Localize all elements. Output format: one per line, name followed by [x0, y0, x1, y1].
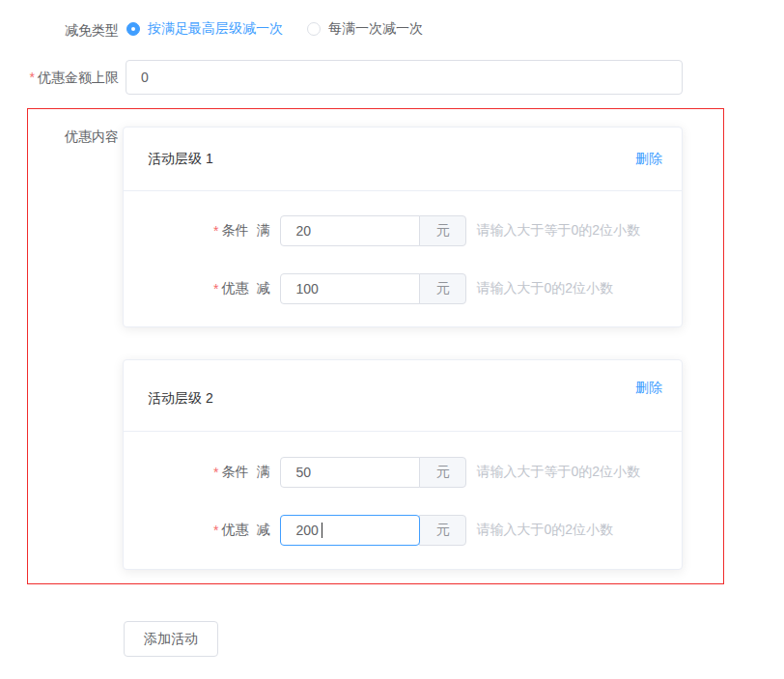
discount-cap-label-text: 优惠金额上限 — [38, 70, 119, 85]
discount-amount-input-focused[interactable] — [280, 515, 420, 546]
add-activity-button[interactable]: 添加活动 — [124, 621, 218, 657]
card-header: 活动层级 1 删除 — [124, 127, 682, 191]
radio-option-label[interactable]: 每满一次减一次 — [328, 20, 423, 38]
condition-amount-input[interactable] — [280, 215, 420, 246]
row-prefix: 满 — [256, 464, 269, 481]
card-header: 活动层级 2 删除 — [124, 360, 682, 432]
amount-input-group: 元 — [280, 515, 466, 546]
unit-append: 元 — [419, 273, 466, 304]
reduction-type-label: 减免类型 — [0, 22, 119, 38]
discount-cap-label: *优惠金额上限 — [0, 70, 119, 85]
text-caret — [322, 523, 322, 538]
card-body: * 条件 满 元 请输入大于等于0的2位小数 * 优惠 减 元 — [124, 191, 682, 304]
promotion-form-page: 减免类型 按满足最高层级减一次 每满一次减一次 *优惠金额上限 优惠内容 活动层… — [0, 0, 784, 679]
hint-text: 请输入大于0的2位小数 — [476, 280, 613, 297]
radio-option-highest-level[interactable]: 按满足最高层级减一次 — [126, 20, 283, 38]
discount-row: * 优惠 减 元 请输入大于0的2位小数 — [213, 273, 682, 304]
amount-input-group: 元 — [280, 215, 466, 246]
discount-row: * 优惠 减 元 请输入大于0的2位小数 — [213, 515, 682, 546]
hint-text: 请输入大于0的2位小数 — [476, 522, 613, 539]
required-asterisk: * — [213, 223, 218, 239]
card-title: 活动层级 2 — [148, 390, 213, 408]
amount-input-group: 元 — [280, 273, 466, 304]
card-title: 活动层级 1 — [148, 151, 213, 168]
condition-amount-input[interactable] — [280, 457, 420, 488]
radio-selected-icon[interactable] — [126, 22, 140, 36]
unit-append: 元 — [419, 457, 466, 488]
reduction-type-radio-group: 按满足最高层级减一次 每满一次减一次 — [126, 21, 423, 37]
discount-content-section: 活动层级 1 删除 * 条件 满 元 请输入大于等于0的2位小数 * 优惠 — [27, 108, 724, 584]
discount-amount-input[interactable] — [280, 273, 420, 304]
unit-append: 元 — [419, 515, 466, 546]
hint-text: 请输入大于等于0的2位小数 — [476, 222, 640, 240]
required-asterisk: * — [213, 465, 218, 480]
activity-level-card-2: 活动层级 2 删除 * 条件 满 元 请输入大于等于0的2位小数 * 优惠 — [123, 359, 683, 570]
row-label: 优惠 — [221, 522, 248, 539]
radio-option-label[interactable]: 按满足最高层级减一次 — [148, 20, 283, 38]
row-label: 优惠 — [221, 280, 248, 297]
row-prefix: 减 — [256, 280, 269, 297]
unit-append: 元 — [419, 215, 466, 246]
activity-level-card-1: 活动层级 1 删除 * 条件 满 元 请输入大于等于0的2位小数 * 优惠 — [123, 127, 683, 327]
required-asterisk: * — [213, 523, 218, 538]
row-label: 条件 — [221, 222, 248, 240]
card-body: * 条件 满 元 请输入大于等于0的2位小数 * 优惠 减 — [124, 432, 682, 546]
amount-input-group: 元 — [280, 457, 466, 488]
hint-text: 请输入大于等于0的2位小数 — [476, 464, 640, 481]
required-asterisk: * — [213, 281, 218, 297]
delete-button[interactable]: 删除 — [635, 380, 662, 397]
condition-row: * 条件 满 元 请输入大于等于0的2位小数 — [213, 215, 682, 246]
row-label: 条件 — [221, 464, 248, 481]
row-prefix: 满 — [256, 222, 269, 240]
radio-option-every-time[interactable]: 每满一次减一次 — [307, 20, 423, 38]
discount-cap-input[interactable] — [126, 60, 683, 95]
required-asterisk: * — [30, 70, 35, 85]
radio-unselected-icon[interactable] — [307, 22, 321, 36]
condition-row: * 条件 满 元 请输入大于等于0的2位小数 — [213, 457, 682, 488]
delete-button[interactable]: 删除 — [635, 151, 662, 168]
row-prefix: 减 — [256, 522, 269, 539]
